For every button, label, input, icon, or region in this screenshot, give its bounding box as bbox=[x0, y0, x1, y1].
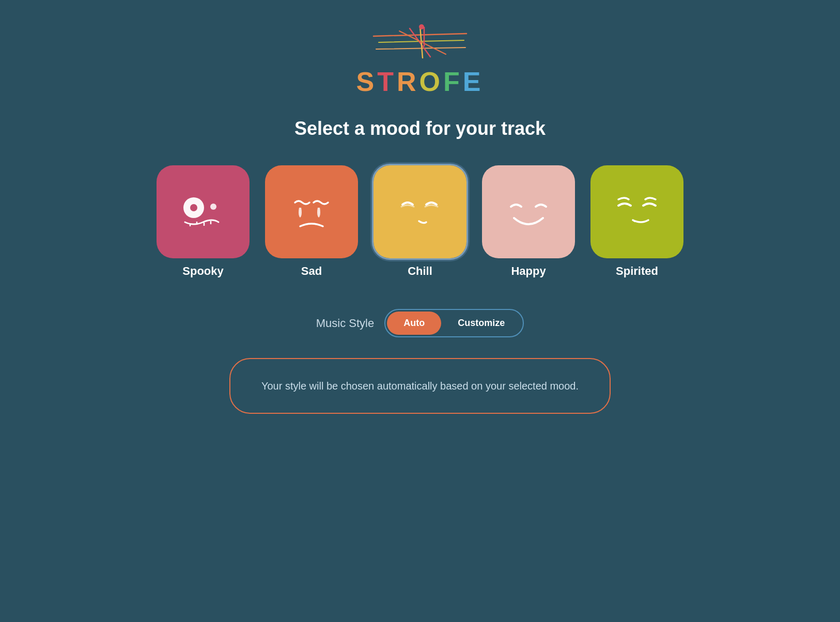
mood-card-spooky[interactable] bbox=[157, 165, 250, 258]
mood-card-sad[interactable] bbox=[265, 165, 358, 258]
mood-item-chill[interactable]: Chill bbox=[374, 165, 466, 278]
svg-point-9 bbox=[190, 204, 197, 211]
spirited-face-icon bbox=[606, 181, 668, 243]
mood-label-chill: Chill bbox=[408, 265, 432, 278]
sad-face-icon bbox=[281, 181, 343, 243]
spooky-face-icon bbox=[172, 181, 234, 243]
auto-info-box: Your style will be chosen automatically … bbox=[229, 358, 611, 414]
logo-container: STROFE bbox=[356, 21, 484, 97]
music-style-toggle[interactable]: Auto Customize bbox=[384, 309, 524, 337]
mood-item-sad[interactable]: Sad bbox=[265, 165, 358, 278]
mood-card-happy[interactable] bbox=[482, 165, 575, 258]
mood-label-spooky: Spooky bbox=[182, 265, 223, 278]
mood-card-chill[interactable] bbox=[374, 165, 466, 258]
auto-toggle-button[interactable]: Auto bbox=[387, 312, 441, 335]
mood-label-spirited: Spirited bbox=[616, 265, 658, 278]
mood-item-spirited[interactable]: Spirited bbox=[590, 165, 683, 278]
svg-point-10 bbox=[210, 204, 216, 210]
mood-label-sad: Sad bbox=[301, 265, 322, 278]
customize-toggle-button[interactable]: Customize bbox=[441, 312, 521, 335]
logo-lines-icon bbox=[368, 21, 472, 62]
music-style-row: Music Style Auto Customize bbox=[316, 309, 524, 337]
mood-label-happy: Happy bbox=[511, 265, 546, 278]
svg-line-0 bbox=[374, 34, 466, 36]
app-logo-text: STROFE bbox=[356, 66, 484, 97]
mood-item-happy[interactable]: Happy bbox=[482, 165, 575, 278]
svg-line-2 bbox=[376, 48, 465, 49]
info-box-text: Your style will be chosen automatically … bbox=[261, 380, 579, 392]
moods-row: Spooky Sad bbox=[157, 165, 683, 278]
page-headline: Select a mood for your track bbox=[294, 118, 546, 139]
chill-face-icon bbox=[389, 181, 451, 243]
happy-face-icon bbox=[497, 181, 559, 243]
mood-card-spirited[interactable] bbox=[590, 165, 683, 258]
mood-item-spooky[interactable]: Spooky bbox=[157, 165, 250, 278]
music-style-label: Music Style bbox=[316, 317, 374, 330]
svg-point-6 bbox=[419, 24, 424, 29]
